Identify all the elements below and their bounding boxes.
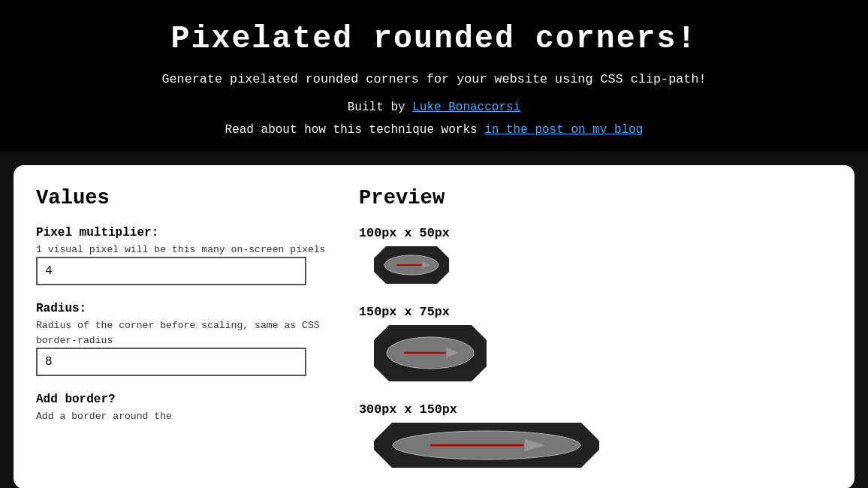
- preview-title: Preview: [359, 186, 832, 209]
- multiplier-group: Pixel multiplier: 1 visual pixel will be…: [36, 226, 336, 285]
- shape-150x75: [374, 325, 487, 381]
- shape-svg-100x50: [381, 252, 442, 278]
- preview-item-100x50: 100px x 50px: [359, 226, 450, 284]
- radius-group: Radius: Radius of the corner before scal…: [36, 302, 336, 376]
- built-by: Built by Luke Bonaccorsi: [30, 101, 838, 114]
- shape-svg-150x75: [381, 333, 479, 374]
- subtitle: Generate pixelated rounded corners for y…: [30, 70, 838, 90]
- shape-300x150: [374, 423, 599, 468]
- values-title: Values: [36, 186, 336, 209]
- preview-label-150x75: 150px x 75px: [359, 305, 450, 319]
- built-by-prefix: Built by: [348, 101, 412, 114]
- shape-100x50: [374, 246, 449, 284]
- blog-link[interactable]: in the post on my blog: [484, 123, 643, 137]
- values-panel: Values Pixel multiplier: 1 visual pixel …: [36, 186, 336, 468]
- preview-area: 100px x 50px 150px x 75px: [359, 226, 832, 468]
- shape-svg-300x150: [385, 426, 588, 464]
- border-label: Add border?: [36, 393, 336, 406]
- preview-item-150x75: 150px x 75px: [359, 305, 487, 381]
- preview-panel: Preview 100px x 50px 150px x 75px: [359, 186, 832, 468]
- radius-label: Radius:: [36, 302, 336, 315]
- page-header: Pixelated rounded corners! Generate pixe…: [0, 0, 868, 152]
- blog-link-line: Read about how this technique works in t…: [30, 123, 838, 137]
- main-panel: Values Pixel multiplier: 1 visual pixel …: [14, 165, 854, 488]
- multiplier-desc: 1 visual pixel will be this many on-scre…: [36, 244, 325, 255]
- radius-desc: Radius of the corner before scaling, sam…: [36, 320, 320, 345]
- preview-label-100x50: 100px x 50px: [359, 226, 450, 240]
- page-title: Pixelated rounded corners!: [30, 21, 838, 56]
- author-link[interactable]: Luke Bonaccorsi: [412, 101, 520, 114]
- blog-link-prefix: Read about how this technique works: [225, 123, 485, 137]
- preview-label-300x150: 300px x 150px: [359, 402, 457, 417]
- multiplier-input[interactable]: [36, 257, 306, 285]
- border-desc: Add a border around the: [36, 411, 172, 422]
- preview-item-300x150: 300px x 150px: [359, 402, 599, 468]
- radius-input[interactable]: [36, 348, 306, 376]
- multiplier-label: Pixel multiplier:: [36, 226, 336, 239]
- border-group: Add border? Add a border around the: [36, 393, 336, 423]
